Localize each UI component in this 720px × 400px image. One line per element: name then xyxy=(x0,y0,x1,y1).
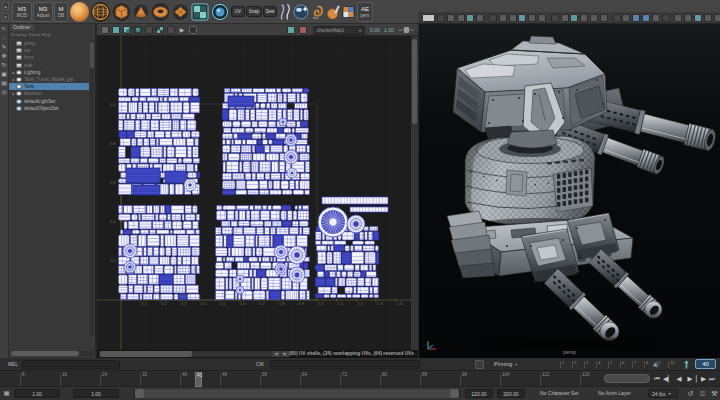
outliner-item-defaultobjectset[interactable]: defaultObjectSet xyxy=(9,105,89,112)
range-slider-track[interactable] xyxy=(133,389,461,398)
toolbox-tool-icon[interactable]: ▣ xyxy=(1,71,8,78)
anim-layer-label[interactable]: No Anim Layer xyxy=(598,389,631,398)
anim-option-icon[interactable]: ⚒ xyxy=(710,389,719,398)
shelf-teal-checker-icon[interactable] xyxy=(191,2,209,22)
anim-option-icon[interactable]: ↺ xyxy=(686,389,695,398)
playback-button[interactable]: ◀ xyxy=(674,373,684,384)
shelf-orange-plane-icon[interactable] xyxy=(172,2,189,22)
uv-dim-slider[interactable] xyxy=(398,29,414,31)
mel-toggle[interactable]: MEL xyxy=(8,362,18,367)
viewport-toolbar-dim-icon[interactable] xyxy=(489,14,497,22)
uv-toolbar-play-icon[interactable]: ▶ xyxy=(178,26,186,34)
uv-shell-cluster[interactable] xyxy=(316,227,379,298)
outliner-item-blockout[interactable]: ▸blockout xyxy=(9,90,89,97)
slider-knob[interactable] xyxy=(404,27,409,33)
shelf-orange-torus-icon[interactable] xyxy=(151,2,170,22)
viewport-toolbar-teal-icon[interactable] xyxy=(518,14,526,22)
scroll-right-arrow[interactable]: ▶ xyxy=(281,351,289,357)
outliner-item-persp[interactable]: persp xyxy=(9,40,89,47)
tank-turret-model[interactable] xyxy=(419,24,720,358)
shelf-textbtn-mod-icon[interactable]: M3MOD xyxy=(12,2,32,22)
outliner-menubar[interactable]: Display Show Help xyxy=(11,32,51,38)
viewport-toolbar-dim-icon[interactable] xyxy=(613,14,621,22)
shelf-blue-sphere-icon[interactable] xyxy=(211,2,229,22)
outliner-item-defaultlightset[interactable]: defaultLightSet xyxy=(9,98,89,105)
uv-shell-cluster[interactable] xyxy=(216,206,310,300)
shelf-orange-sphere-icon[interactable] xyxy=(70,2,89,22)
viewport-toolbar-blue-icon[interactable] xyxy=(632,14,640,22)
viewport-toolbar-teal-icon[interactable] xyxy=(694,14,702,22)
scrollbar-thumb[interactable] xyxy=(100,351,192,357)
toolbox-tool-icon[interactable]: ↻ xyxy=(1,62,8,69)
toolbox-tool-icon[interactable]: ✎ xyxy=(1,44,8,51)
outliner-item-tank[interactable]: ▸Tank xyxy=(9,83,89,90)
viewport-toolbar-teal-icon[interactable] xyxy=(466,14,474,22)
scrollbar-thumb[interactable] xyxy=(90,42,94,68)
uv-vertical-scrollbar[interactable] xyxy=(411,36,418,350)
shelf-shell-icon[interactable] xyxy=(310,2,325,22)
scrollbar-thumb[interactable] xyxy=(11,351,79,356)
viewport-toolbar-gray-icon[interactable] xyxy=(509,14,517,22)
toolbox-tool-icon[interactable]: ↖ xyxy=(1,26,8,33)
viewport-toolbar-gray-icon[interactable] xyxy=(580,14,588,22)
outliner-horizontal-scrollbar[interactable] xyxy=(10,351,96,356)
time-slider[interactable]: 81624324048566472808896104112120 40 ⏮◀▏◀… xyxy=(0,371,720,387)
viewport-toolbar-dim-icon[interactable] xyxy=(551,14,559,22)
timeslider-options-icon[interactable] xyxy=(475,360,484,369)
viewport-toolbar-gray-icon[interactable] xyxy=(600,14,608,22)
outliner-vertical-scrollbar[interactable] xyxy=(90,40,94,336)
uv-toolbar-teal-grid-icon[interactable] xyxy=(134,26,142,34)
uv-shell-cluster[interactable] xyxy=(119,89,200,196)
viewport-toolbar-gray-icon[interactable] xyxy=(528,14,536,22)
shelf-scroll-arrow-icon[interactable]: ▾ xyxy=(2,13,9,21)
uv-shells[interactable] xyxy=(119,89,379,300)
shelf-orange-cone-icon[interactable] xyxy=(133,2,149,22)
shelf-tab-arrows[interactable]: ▴▾ xyxy=(1,2,10,22)
playback-button[interactable]: ▶ xyxy=(685,373,695,384)
shelf-checker2-icon[interactable] xyxy=(341,2,356,22)
timeline-range-pill[interactable] xyxy=(604,374,650,383)
mini-time-ticks[interactable]: 12345678910 xyxy=(560,359,680,370)
fps-dropdown[interactable]: 24 fps▾ xyxy=(648,389,678,398)
viewport-toolbar-gray-icon[interactable] xyxy=(476,14,484,22)
playback-button[interactable]: ▏▶ xyxy=(696,373,706,384)
shelf-textbtn-pers-icon[interactable]: AEpers xyxy=(357,2,373,22)
animation-prefs-icon[interactable]: ▦ xyxy=(2,389,11,398)
viewport-toolbar-gray-icon[interactable] xyxy=(499,14,507,22)
toolbox-tool-icon[interactable]: ▤ xyxy=(1,80,8,87)
uv-toolbar-teal-icon[interactable] xyxy=(112,26,120,34)
anim-start-field[interactable]: 1.00 xyxy=(14,389,60,398)
viewport-toolbar-gray-icon[interactable] xyxy=(684,14,692,22)
uv-shell-cluster[interactable] xyxy=(119,206,200,300)
viewport-toolbar-gray-icon[interactable] xyxy=(622,14,630,22)
range-end-handle[interactable] xyxy=(450,389,459,398)
shelf-curves-icon[interactable] xyxy=(279,2,292,22)
toolbox-tool-icon[interactable]: ◌ xyxy=(1,35,8,42)
playback-start-field[interactable]: 1.00 xyxy=(73,389,119,398)
toolbox-tool-icon[interactable]: ◎ xyxy=(1,89,8,96)
playback-button[interactable]: ⏮ xyxy=(652,373,662,384)
uv-toolbar-frame-icon[interactable] xyxy=(189,26,197,34)
pinning-dropdown[interactable]: Pinning▾ xyxy=(494,360,517,369)
playback-button[interactable]: ◀▏ xyxy=(663,373,673,384)
viewport-toolbar-blue-icon[interactable] xyxy=(642,14,650,22)
scroll-left-arrow[interactable]: ◀ xyxy=(272,351,280,357)
shelf-pill-uv-icon[interactable]: UV xyxy=(231,6,245,17)
playback-end-field[interactable]: 120.00 xyxy=(465,389,493,398)
set-key-icon[interactable] xyxy=(682,360,691,369)
viewport-toolbar-gray-icon[interactable] xyxy=(674,14,682,22)
scrollbar-thumb[interactable] xyxy=(412,39,417,124)
perspective-viewport[interactable]: persp xyxy=(418,24,720,358)
outliner-tab[interactable]: Outliner xyxy=(10,24,34,31)
anim-end-field[interactable]: 200.00 xyxy=(497,389,525,398)
viewport-toolbar-gray-icon[interactable] xyxy=(714,14,720,22)
viewport-toolbar-gray-icon[interactable] xyxy=(538,14,546,22)
gamma-field[interactable]: 1.00 xyxy=(384,26,394,34)
uv-texture-dropdown[interactable]: checkerMap1▾ xyxy=(313,26,365,35)
toolbox-tool-icon[interactable]: ✜ xyxy=(1,53,8,60)
viewport-toolbar-gray-icon[interactable] xyxy=(457,14,465,22)
shelf-orange-pencil-icon[interactable] xyxy=(326,2,340,22)
command-input[interactable] xyxy=(22,360,120,369)
playback-button[interactable]: ⏭ xyxy=(707,373,717,384)
viewport-toolbar-gray-icon[interactable] xyxy=(704,14,712,22)
